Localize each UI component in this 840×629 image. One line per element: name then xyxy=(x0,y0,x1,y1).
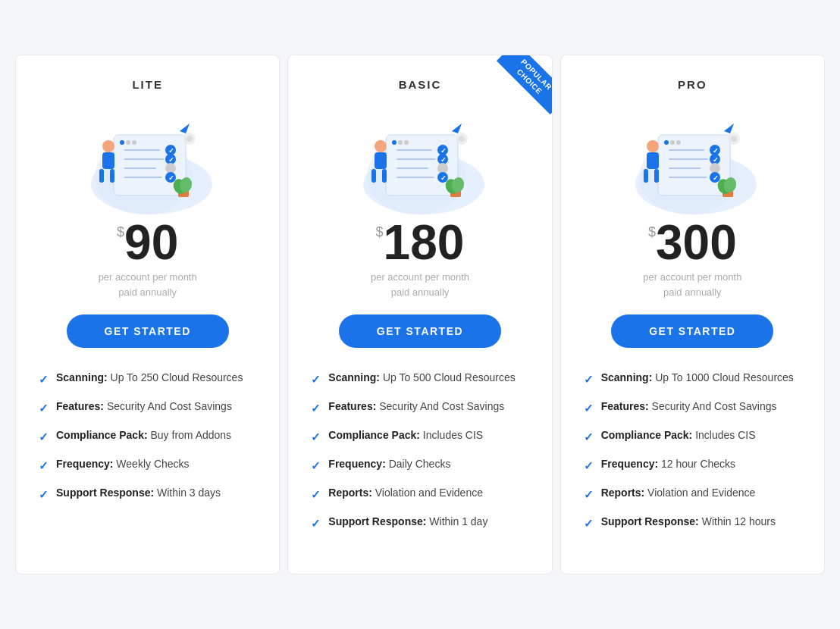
feature-text: Scanning: Up To 1000 Cloud Resources xyxy=(601,371,794,386)
check-icon: ✓ xyxy=(39,487,49,502)
feature-value: Within 12 hours xyxy=(702,515,776,527)
svg-rect-75 xyxy=(644,169,648,183)
feature-text: Frequency: Weekly Checks xyxy=(56,457,190,472)
check-icon: ✓ xyxy=(584,487,594,502)
svg-point-73 xyxy=(647,140,659,152)
svg-point-55 xyxy=(459,136,465,142)
price-dollar-sign: $ xyxy=(376,224,384,240)
card-divider xyxy=(280,55,287,574)
svg-rect-74 xyxy=(647,152,659,169)
feature-label: Scanning: xyxy=(601,371,653,383)
feature-value: Up To 500 Cloud Resources xyxy=(383,371,516,383)
feature-label: Scanning: xyxy=(328,371,380,383)
features-list: ✓ Scanning: Up To 250 Cloud Resources ✓ … xyxy=(39,371,256,515)
svg-point-27 xyxy=(186,136,193,142)
check-icon: ✓ xyxy=(584,515,594,531)
feature-item: ✓ Support Response: Within 3 days xyxy=(39,486,256,502)
feature-text: Reports: Violation and Evidence xyxy=(328,486,483,501)
feature-item: ✓ Scanning: Up To 250 Cloud Resources xyxy=(39,371,256,387)
feature-label: Frequency: xyxy=(56,458,113,470)
svg-text:✓: ✓ xyxy=(440,147,447,155)
svg-rect-19 xyxy=(99,169,104,183)
svg-marker-49 xyxy=(452,124,462,133)
popular-badge-label: POPULARCHOICE xyxy=(497,55,552,114)
feature-label: Reports: xyxy=(328,487,372,499)
svg-point-14 xyxy=(120,140,124,145)
svg-text:✓: ✓ xyxy=(713,147,719,155)
feature-text: Features: Security And Cost Savings xyxy=(56,399,232,415)
svg-rect-76 xyxy=(654,169,659,183)
feature-value: Weekly Checks xyxy=(116,458,189,470)
svg-text:✓: ✓ xyxy=(440,156,447,164)
svg-point-44 xyxy=(404,140,409,145)
feature-value: Violation and Evidence xyxy=(375,487,483,499)
feature-label: Compliance Pack: xyxy=(328,429,420,441)
feature-item: ✓ Frequency: Daily Checks xyxy=(311,457,528,474)
svg-point-72 xyxy=(676,140,681,145)
feature-label: Reports: xyxy=(601,487,645,499)
check-icon: ✓ xyxy=(584,429,594,445)
get-started-button[interactable]: GET STARTED xyxy=(339,314,501,348)
feature-value: Up To 1000 Cloud Resources xyxy=(655,371,794,383)
plan-title: BASIC xyxy=(399,78,442,91)
plan-illustration: ✓ ✓ ✓ xyxy=(616,105,768,218)
feature-text: Scanning: Up To 500 Cloud Resources xyxy=(328,371,515,386)
svg-text:✓: ✓ xyxy=(713,156,719,164)
check-icon: ✓ xyxy=(39,371,49,387)
svg-point-83 xyxy=(731,136,737,142)
feature-item: ✓ Support Response: Within 12 hours xyxy=(584,515,801,531)
svg-rect-18 xyxy=(102,152,114,169)
check-icon: ✓ xyxy=(584,458,594,474)
feature-label: Features: xyxy=(56,400,104,412)
check-icon: ✓ xyxy=(311,400,321,416)
feature-text: Scanning: Up To 250 Cloud Resources xyxy=(56,371,243,386)
plan-card-lite: LITE ✓ ✓ ✓ xyxy=(15,55,280,574)
card-divider xyxy=(553,55,560,574)
feature-label: Support Response: xyxy=(601,515,699,527)
feature-value: 12 hour Checks xyxy=(661,458,735,470)
feature-item: ✓ Features: Security And Cost Savings xyxy=(584,399,801,416)
check-icon: ✓ xyxy=(311,515,321,531)
check-icon: ✓ xyxy=(584,400,594,416)
feature-label: Scanning: xyxy=(56,371,108,383)
check-icon: ✓ xyxy=(39,458,49,474)
feature-item: ✓ Features: Security And Cost Savings xyxy=(311,399,528,416)
svg-text:✓: ✓ xyxy=(440,174,447,182)
svg-text:✓: ✓ xyxy=(713,174,719,182)
feature-text: Reports: Violation and Evidence xyxy=(601,486,756,501)
feature-value: Buy from Addons xyxy=(151,429,232,441)
feature-text: Compliance Pack: Includes CIS xyxy=(328,428,483,443)
feature-item: ✓ Scanning: Up To 500 Cloud Resources xyxy=(311,371,528,387)
feature-value: Violation and Evidence xyxy=(647,487,755,499)
feature-text: Frequency: 12 hour Checks xyxy=(601,457,735,472)
feature-text: Frequency: Daily Checks xyxy=(328,457,450,472)
get-started-button[interactable]: GET STARTED xyxy=(611,314,773,348)
feature-item: ✓ Reports: Violation and Evidence xyxy=(311,486,528,502)
check-icon: ✓ xyxy=(311,458,321,474)
price-row: $ 180 xyxy=(376,218,465,267)
price-row: $ 90 xyxy=(117,218,178,267)
check-icon: ✓ xyxy=(311,487,321,502)
feature-item: ✓ Compliance Pack: Includes CIS xyxy=(311,428,528,445)
svg-point-45 xyxy=(375,140,387,152)
svg-point-67 xyxy=(710,163,720,174)
price-amount: 90 xyxy=(124,218,178,267)
price-amount: 300 xyxy=(656,218,737,267)
plans-container: LITE ✓ ✓ ✓ xyxy=(15,55,825,574)
feature-text: Compliance Pack: Buy from Addons xyxy=(56,428,231,443)
check-icon: ✓ xyxy=(311,371,321,387)
popular-badge: POPULARCHOICE xyxy=(484,55,552,124)
feature-item: ✓ Support Response: Within 1 day xyxy=(311,515,528,531)
feature-value: Within 3 days xyxy=(157,487,221,499)
feature-item: ✓ Reports: Violation and Evidence xyxy=(584,486,801,502)
get-started-button[interactable]: GET STARTED xyxy=(67,314,229,348)
feature-text: Support Response: Within 3 days xyxy=(56,486,221,501)
svg-point-42 xyxy=(392,140,396,145)
price-dollar-sign: $ xyxy=(648,224,656,240)
price-subtitle: per account per monthpaid annually xyxy=(643,270,741,299)
svg-text:✓: ✓ xyxy=(168,156,174,164)
feature-text: Compliance Pack: Includes CIS xyxy=(601,428,756,443)
svg-text:✓: ✓ xyxy=(168,147,174,155)
features-list: ✓ Scanning: Up To 500 Cloud Resources ✓ … xyxy=(311,371,528,543)
svg-marker-77 xyxy=(724,124,734,133)
